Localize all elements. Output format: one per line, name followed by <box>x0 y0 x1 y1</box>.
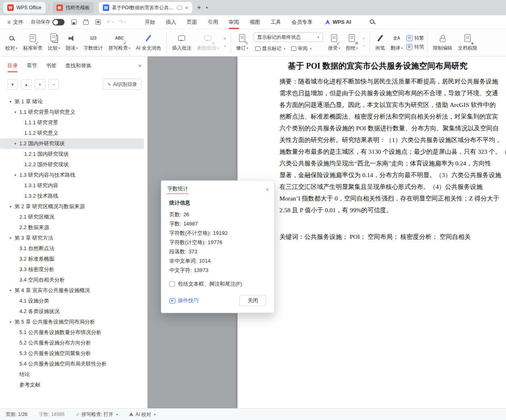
toc-item[interactable]: ▾ 3.4 空间自相关分析 <box>0 275 144 285</box>
close-sidebar-icon[interactable]: × <box>138 63 142 72</box>
toc-item[interactable]: ▾ 5.2 公共服务设施分布方向分析 <box>0 338 144 348</box>
previous-revision-icon[interactable]: ↶ <box>361 36 367 42</box>
page-indicator[interactable]: 页面: 1/26 <box>6 411 27 418</box>
undo-button[interactable]: ↶▾ <box>106 19 114 25</box>
comment-nav-caret-icon[interactable]: ▾ <box>222 44 228 49</box>
to-traditional-button[interactable]: 简 转繁 <box>406 35 424 42</box>
new-tab-button[interactable]: + <box>197 4 201 12</box>
toc-item[interactable]: ▾ 第 2 章 研究区概况与数据来源 <box>0 201 144 212</box>
toc-item[interactable]: ▾ 第 5 章 公共服务设施空间布局分析 <box>0 317 144 327</box>
toc-item[interactable]: ▾ 1.2.2 国外研究现状 <box>0 159 144 170</box>
toc-caret-icon[interactable]: ▾ <box>13 173 18 177</box>
proofread-button[interactable]: 校对▾ <box>2 31 20 54</box>
toc-item[interactable]: ▾ 第 1 章 绪论 <box>0 96 144 107</box>
close-dialog-icon[interactable]: × <box>266 186 269 193</box>
toc-item[interactable]: ▾ 结论 <box>0 369 144 380</box>
print-preview-button[interactable] <box>94 19 102 25</box>
show-markup-button[interactable]: 显示标记 ▾ <box>254 44 287 53</box>
word-count-indicator[interactable]: 字数: 14986 <box>39 411 65 418</box>
previous-comment-icon[interactable]: ⚑ <box>222 36 228 42</box>
ribbon-tab[interactable]: 审阅 <box>223 15 244 29</box>
insert-comment-button[interactable]: 插入批注 <box>169 31 194 54</box>
toc-item[interactable]: ▾ 3.1 自然断点法 <box>0 243 144 254</box>
search-button[interactable] <box>370 19 374 25</box>
toc-item[interactable]: ▾ 1.3.2 技术路线 <box>0 191 144 201</box>
toc-caret-icon[interactable]: ▾ <box>13 110 18 114</box>
toc-item[interactable]: ▾ 参考文献 <box>0 380 144 390</box>
document-permission-button[interactable]: ● 文档权限 <box>455 31 480 54</box>
tips-link[interactable]: 操作技巧 <box>169 297 199 304</box>
wps-ai-button[interactable]: WPS AI <box>325 19 351 25</box>
ribbon-tab[interactable]: 页面 <box>181 15 202 29</box>
word-count-button[interactable]: 123 字数统计 <box>81 31 106 54</box>
read-aloud-button[interactable]: 朗读▾ <box>63 31 81 54</box>
ribbon-tab[interactable]: 引用 <box>202 15 223 29</box>
toc-item[interactable]: ▾ 1.2 国内外研究现状 <box>0 138 144 149</box>
tab-wps-office[interactable]: W WPS Office <box>3 2 46 13</box>
toc-caret-icon[interactable]: ▾ <box>13 142 18 146</box>
toc-item[interactable]: ▾ 1.3 研究内容与技术路线 <box>0 170 144 180</box>
markup-state-dropdown[interactable]: 显示标记的最终状态 ▾ <box>254 32 323 42</box>
include-textbox-checkbox[interactable] <box>169 281 175 287</box>
toc-caret-icon[interactable]: ▾ <box>8 236 13 240</box>
toc-item[interactable]: ▾ 1.1 研究背景与研究意义 <box>0 107 144 117</box>
toc-item[interactable]: ▾ 3.3 核密度分析 <box>0 264 144 275</box>
toc-item[interactable]: ▾ 5.3 公共服务设施空间聚集分析 <box>0 348 144 359</box>
sidebar-tab[interactable]: 章节 <box>27 62 37 72</box>
toc-caret-icon[interactable]: ▾ <box>8 205 13 209</box>
sidebar-tab[interactable]: 查找和替换 <box>65 62 92 72</box>
toc-caret-icon[interactable]: ▾ <box>8 100 13 104</box>
ribbon-tab[interactable]: 工具 <box>265 15 286 29</box>
review-pane-button[interactable]: 审阅 ▾ <box>289 44 313 53</box>
pen-button[interactable]: 画笔 <box>373 31 388 54</box>
toc-item[interactable]: ▾ 1.2.1 国内研究现状 <box>0 149 144 159</box>
toc-item[interactable]: ▾ 1.1.1 研究背景 <box>0 117 144 128</box>
toc-item[interactable]: ▾ 5.4 公共服务设施空间布局关联性分析 <box>0 359 144 369</box>
reject-button[interactable]: × 拒绝▾ <box>343 31 361 54</box>
ribbon-tab[interactable]: 会员专享 <box>286 15 318 29</box>
expand-all-button[interactable]: ▾ <box>7 79 18 90</box>
toc-item[interactable]: ▾ 1.3.1 研究内容 <box>0 180 144 191</box>
toc-caret-icon[interactable]: ▾ <box>8 320 13 324</box>
accept-button[interactable]: ✓ 接受▾ <box>325 31 343 54</box>
toc-item[interactable]: ▾ 1.1.2 研究意义 <box>0 128 144 138</box>
toc-item[interactable]: ▾ 2.1 研究区概况 <box>0 212 144 222</box>
toc-item[interactable]: ▾ 第 4 章 宜宾市公共服务设施概况 <box>0 285 144 296</box>
redo-button[interactable]: ↷▾ <box>119 19 126 25</box>
restrict-editing-button[interactable]: 限制编辑 <box>430 31 455 54</box>
word-count-dialog-header[interactable]: 字数统计 × <box>161 181 274 196</box>
translate-button[interactable]: 文A 翻译▾ <box>388 31 406 54</box>
toc-item[interactable]: ▾ 3.2 标准差椭圆 <box>0 254 144 264</box>
toc-item[interactable]: ▾ 2.2 数据来源 <box>0 222 144 233</box>
sidebar-tab[interactable]: 书签 <box>46 62 56 72</box>
toc-item[interactable]: ▾ 4.1 设施分类 <box>0 296 144 306</box>
ai-proofread-status[interactable]: AI 校对 ▾ <box>129 411 156 418</box>
collapse-all-button[interactable]: ▴ <box>21 79 31 90</box>
tab-list-caret-icon[interactable]: ▾ <box>206 6 208 10</box>
spell-check-status[interactable]: ✓ 拼写检查: 打开 ▾ <box>76 411 118 418</box>
ribbon-tab[interactable]: 开始 <box>140 15 160 29</box>
toc-item[interactable]: ▾ 5.1 公共服务设施数量分布情况分析 <box>0 327 144 338</box>
autosave-toggle[interactable] <box>52 19 65 25</box>
ai-outline-button[interactable]: ✎ AI识别目录 <box>103 79 142 90</box>
zoom-out-outline-button[interactable]: − <box>48 79 59 90</box>
close-tab-icon[interactable]: × <box>185 5 188 10</box>
ai-polish-button[interactable]: AI 全文润色 <box>133 31 164 54</box>
to-simplified-button[interactable]: 繁 转简 <box>406 44 424 50</box>
print-button[interactable] <box>82 19 90 25</box>
close-dialog-button[interactable]: 关闭 <box>239 295 266 306</box>
file-menu-button[interactable]: ≡ 文件 <box>5 19 26 26</box>
save-button[interactable] <box>70 19 77 25</box>
ribbon-tab[interactable]: 插入 <box>160 15 181 29</box>
next-revision-icon[interactable]: ↷ <box>361 44 367 49</box>
delete-comment-button[interactable]: × 删除批注▾ <box>194 31 222 54</box>
tab-docer-template[interactable]: 稻 找稻壳模板 <box>52 2 94 13</box>
spell-check-button[interactable]: ABC✓ 拼写检查▾ <box>106 31 133 54</box>
sidebar-tab[interactable]: 目录 <box>7 62 18 72</box>
toc-caret-icon[interactable]: ▾ <box>8 288 13 293</box>
document-page[interactable]: 基于 POI 数据的宜宾市公共服务设施空间布局研究 摘要：随着城市化进程不断加快… <box>237 56 506 408</box>
standard-review-button[interactable]: ✓ 标准审查 <box>20 31 45 54</box>
toc-item[interactable]: ▾ 4.2 各类设施状况 <box>0 306 144 317</box>
track-changes-button[interactable]: ✎ 修订▾ <box>233 31 251 54</box>
compare-button[interactable]: 比较▾ <box>45 31 63 54</box>
